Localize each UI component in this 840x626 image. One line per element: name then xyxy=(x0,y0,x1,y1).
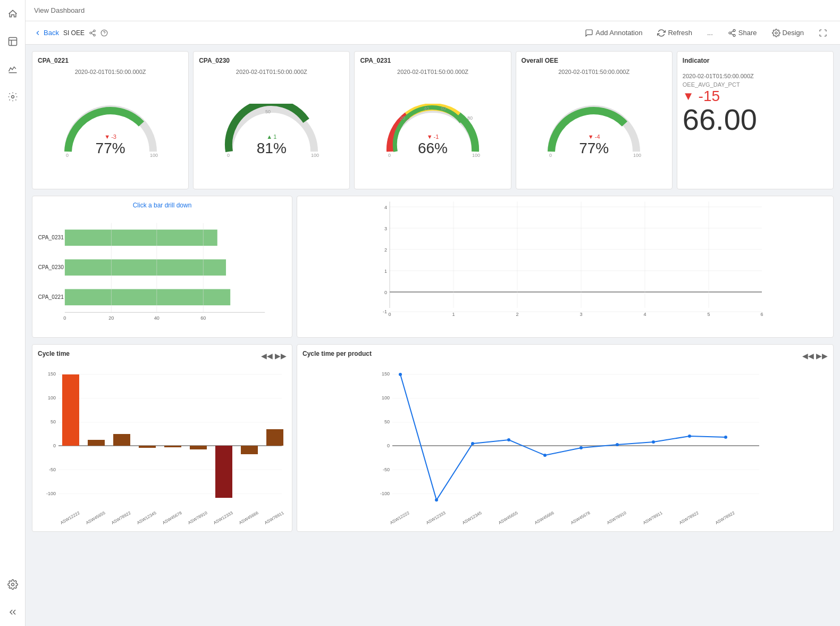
svg-text:ASW45678: ASW45678 xyxy=(162,511,183,524)
gauge-pct-overall-oee: 77% xyxy=(546,140,642,157)
svg-text:-50: -50 xyxy=(383,467,390,472)
header-help-icon[interactable] xyxy=(100,29,108,37)
gauge-wrapper-cpa0231: 0 20 40 60 80 100 ▼-1 66% xyxy=(360,77,505,183)
svg-text:ASW12333: ASW12333 xyxy=(425,511,447,524)
svg-point-108 xyxy=(399,373,402,376)
header-left: Back SI OEE xyxy=(34,29,576,37)
svg-text:1: 1 xyxy=(384,269,387,274)
svg-point-111 xyxy=(507,438,510,441)
indicator-timestamp: 2020-02-01T01:50:00.000Z xyxy=(683,73,828,79)
gauge-delta-overall-oee: ▼-4 xyxy=(546,133,642,140)
svg-text:20: 20 xyxy=(108,315,114,321)
svg-text:-100: -100 xyxy=(46,491,56,496)
svg-point-115 xyxy=(652,440,655,444)
indicator-card: Indicator 2020-02-01T01:50:00.000Z OEE_A… xyxy=(677,51,834,189)
svg-text:ASW45666: ASW45666 xyxy=(238,511,259,524)
svg-rect-29 xyxy=(65,230,217,246)
svg-text:ASW12222: ASW12222 xyxy=(389,511,410,524)
svg-point-6 xyxy=(101,30,107,36)
svg-point-117 xyxy=(724,436,727,439)
gauge-card-cpa0221: CPA_0221 2020-02-01T01:50:00.000Z 0 50 1… xyxy=(32,51,189,189)
share-button[interactable]: Share xyxy=(724,27,761,39)
cycle-chart-prev[interactable]: ◀◀ xyxy=(261,352,273,360)
gauge-title-cpa0230: CPA_0230 xyxy=(199,57,344,64)
svg-point-8 xyxy=(729,32,731,34)
svg-rect-85 xyxy=(241,446,258,454)
sidebar-analytics-icon[interactable] xyxy=(4,61,21,78)
svg-text:0: 0 xyxy=(53,443,56,448)
cycle-time-svg: 150 100 50 0 -50 -100 xyxy=(38,365,287,524)
svg-text:4: 4 xyxy=(384,205,387,210)
gauge-pct-cpa0230: 81% xyxy=(224,140,320,157)
gauge-timestamp-overall-oee: 2020-02-01T01:50:00.000Z xyxy=(522,69,667,75)
cycle-chart-next[interactable]: ▶▶ xyxy=(275,352,287,360)
svg-text:-1: -1 xyxy=(383,309,387,314)
svg-text:0: 0 xyxy=(388,312,391,317)
fullscreen-button[interactable] xyxy=(814,27,831,39)
line-chart-prev[interactable]: ◀◀ xyxy=(802,352,814,360)
svg-point-9 xyxy=(733,34,735,36)
gauge-delta-cpa0231: ▼-1 xyxy=(385,133,481,140)
svg-point-3 xyxy=(94,30,96,32)
bottom-charts-row: Cycle time ◀◀ ▶▶ 150 100 50 0 -50 -100 xyxy=(32,344,834,532)
svg-text:60: 60 xyxy=(441,106,446,111)
gauge-card-cpa0230: CPA_0230 2020-02-01T01:50:00.000Z 0 50 1… xyxy=(193,51,350,189)
svg-point-2 xyxy=(11,583,14,586)
svg-rect-78 xyxy=(62,374,79,446)
line-chart-header: Cycle time per product ◀◀ ▶▶ xyxy=(303,350,828,362)
topbar-title: View Dashboard xyxy=(34,6,85,14)
gauge-wrapper-cpa0230: 0 50 100 ▲1 81% xyxy=(199,77,344,183)
line-chart-card: Cycle time per product ◀◀ ▶▶ 150 xyxy=(297,344,834,532)
gauge-title-cpa0221: CPA_0221 xyxy=(38,57,183,64)
gauge-wrapper-overall-oee: 0 50 100 ▼-4 77% xyxy=(522,77,667,183)
gauge-row: CPA_0221 2020-02-01T01:50:00.000Z 0 50 1… xyxy=(32,51,834,189)
svg-text:ASW12333: ASW12333 xyxy=(213,511,234,524)
add-annotation-button[interactable]: Add Annotation xyxy=(581,27,646,39)
gauge-card-overall-oee: Overall OEE 2020-02-01T01:50:00.000Z 0 5… xyxy=(516,51,673,189)
svg-rect-82 xyxy=(164,446,181,447)
svg-text:50: 50 xyxy=(51,419,56,424)
svg-text:ASW78911: ASW78911 xyxy=(264,511,285,524)
svg-text:ASW78922: ASW78922 xyxy=(678,511,700,524)
line-chart-next[interactable]: ▶▶ xyxy=(816,352,828,360)
svg-point-5 xyxy=(94,34,96,36)
svg-rect-80 xyxy=(113,434,130,446)
svg-point-109 xyxy=(435,498,438,502)
header: Back SI OEE Add Annotation Refresh ... xyxy=(26,21,840,45)
svg-rect-0 xyxy=(9,38,16,46)
svg-text:150: 150 xyxy=(382,371,390,377)
svg-text:3: 3 xyxy=(384,226,387,231)
refresh-button[interactable]: Refresh xyxy=(653,27,696,39)
bar-chart-svg: CPA_0231 CPA_0230 CPA_0221 0 20 40 60 xyxy=(38,213,287,330)
svg-text:50: 50 xyxy=(265,109,271,114)
sidebar-reports-icon[interactable] xyxy=(4,33,21,50)
gauge-svg-cpa0221: 0 50 100 ▼-3 77% xyxy=(63,104,158,157)
gauge-overlay-overall-oee: ▼-4 77% xyxy=(546,133,642,157)
bar-chart-card: Click a bar drill down CPA_0231 CPA_0230… xyxy=(32,196,292,338)
svg-text:CPA_0221: CPA_0221 xyxy=(38,294,64,300)
indicator-value: 66.00 xyxy=(683,105,828,135)
back-button[interactable]: Back xyxy=(34,29,59,37)
svg-text:0: 0 xyxy=(63,315,66,321)
gauge-svg-cpa0230: 0 50 100 ▲1 81% xyxy=(224,104,320,157)
sidebar-collapse-icon[interactable] xyxy=(4,604,21,621)
more-button[interactable]: ... xyxy=(703,27,717,39)
sidebar xyxy=(0,0,26,626)
svg-text:ASW78922: ASW78922 xyxy=(111,511,132,524)
sidebar-settings-icon[interactable] xyxy=(4,576,21,593)
design-button[interactable]: Design xyxy=(768,27,808,39)
line-chart-title: Cycle time per product xyxy=(303,350,372,357)
svg-rect-86 xyxy=(266,429,283,446)
sidebar-tools-icon[interactable] xyxy=(4,88,21,105)
svg-text:-50: -50 xyxy=(49,467,56,472)
svg-text:ASW45655: ASW45655 xyxy=(85,511,106,524)
svg-rect-30 xyxy=(65,260,226,276)
svg-point-1 xyxy=(11,96,14,98)
svg-text:ASW45666: ASW45666 xyxy=(534,511,555,524)
gauge-svg-overall-oee: 0 50 100 ▼-4 77% xyxy=(546,104,642,157)
svg-point-7 xyxy=(733,29,735,31)
svg-text:ASW78911: ASW78911 xyxy=(642,511,663,524)
gauge-overlay-cpa0231: ▼-1 66% xyxy=(385,133,481,157)
sidebar-home-icon[interactable] xyxy=(4,5,21,22)
dashboard-content: CPA_0221 2020-02-01T01:50:00.000Z 0 50 1… xyxy=(26,45,840,626)
